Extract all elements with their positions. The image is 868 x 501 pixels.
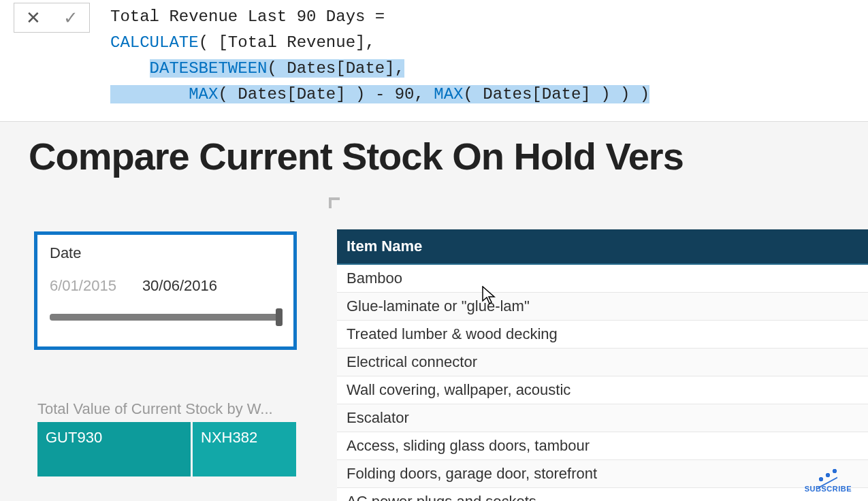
formula-keyword: DATESBETWEEN xyxy=(150,59,268,78)
slicer-slider-track[interactable] xyxy=(50,314,281,321)
table-row[interactable]: Wall covering, wallpaper, acoustic xyxy=(337,376,868,404)
formula-text: ( Dates[Date] ) ) ) xyxy=(464,85,650,103)
table-header[interactable]: Item Name xyxy=(337,229,868,265)
table-row[interactable]: Electrical connector xyxy=(337,349,868,376)
formula-button-group xyxy=(14,3,90,33)
formula-keyword: CALCULATE xyxy=(110,33,199,52)
subscribe-icon xyxy=(814,467,841,483)
formula-keyword: MAX xyxy=(189,85,218,103)
formula-indent xyxy=(110,85,189,103)
date-slicer[interactable]: Date 6/01/2015 30/06/2016 xyxy=(34,231,297,350)
item-table[interactable]: Item Name Bamboo Glue-laminate or "glue-… xyxy=(337,229,868,501)
table-column-header[interactable]: Item Name xyxy=(347,238,422,255)
visual-resize-handle[interactable] xyxy=(329,197,340,208)
formula-keyword: MAX xyxy=(434,85,463,103)
formula-bar: Total Revenue Last 90 Days = CALCULATE( … xyxy=(0,0,868,122)
formula-text: ( Dates[Date] ) - 90, xyxy=(218,85,434,103)
formula-editor[interactable]: Total Revenue Last 90 Days = CALCULATE( … xyxy=(90,0,868,121)
commit-formula-button[interactable] xyxy=(52,3,89,32)
subscribe-badge[interactable]: SUBSCRIBE xyxy=(805,467,852,493)
formula-indent xyxy=(110,59,150,78)
slicer-date-range: 6/01/2015 30/06/2016 xyxy=(50,277,281,295)
slicer-end-date[interactable]: 30/06/2016 xyxy=(142,277,217,295)
treemap-cell[interactable]: GUT930 xyxy=(37,422,191,476)
treemap-title: Total Value of Current Stock by W... xyxy=(37,400,273,418)
table-row[interactable]: Bamboo xyxy=(337,265,868,293)
table-row[interactable]: Folding doors, garage door, storefront xyxy=(337,460,868,488)
table-row[interactable]: Access, sliding glass doors, tambour xyxy=(337,432,868,460)
subscribe-label: SUBSCRIBE xyxy=(805,485,852,493)
slicer-title: Date xyxy=(50,244,281,262)
formula-text: ( [Total Revenue], xyxy=(199,33,375,52)
table-row[interactable]: Glue-laminate or "glue-lam" xyxy=(337,293,868,321)
report-canvas: Date 6/01/2015 30/06/2016 Total Value of… xyxy=(0,178,868,501)
slicer-slider-thumb[interactable] xyxy=(276,308,283,326)
treemap-cell[interactable]: NXH382 xyxy=(193,422,296,476)
treemap-visual[interactable]: GUT930 NXH382 xyxy=(37,422,296,476)
formula-text: ( Dates[Date], xyxy=(267,59,404,78)
table-body: Bamboo Glue-laminate or "glue-lam" Treat… xyxy=(337,265,868,501)
formula-line: Total Revenue Last 90 Days = xyxy=(110,7,385,26)
report-title: Compare Current Stock On Hold Vers xyxy=(0,122,868,178)
table-row[interactable]: Treated lumber & wood decking xyxy=(337,321,868,349)
slicer-start-date[interactable]: 6/01/2015 xyxy=(50,277,116,295)
table-row[interactable]: Escalator xyxy=(337,404,868,432)
cancel-formula-button[interactable] xyxy=(14,3,52,32)
table-row[interactable]: AC power plugs and sockets xyxy=(337,488,868,501)
